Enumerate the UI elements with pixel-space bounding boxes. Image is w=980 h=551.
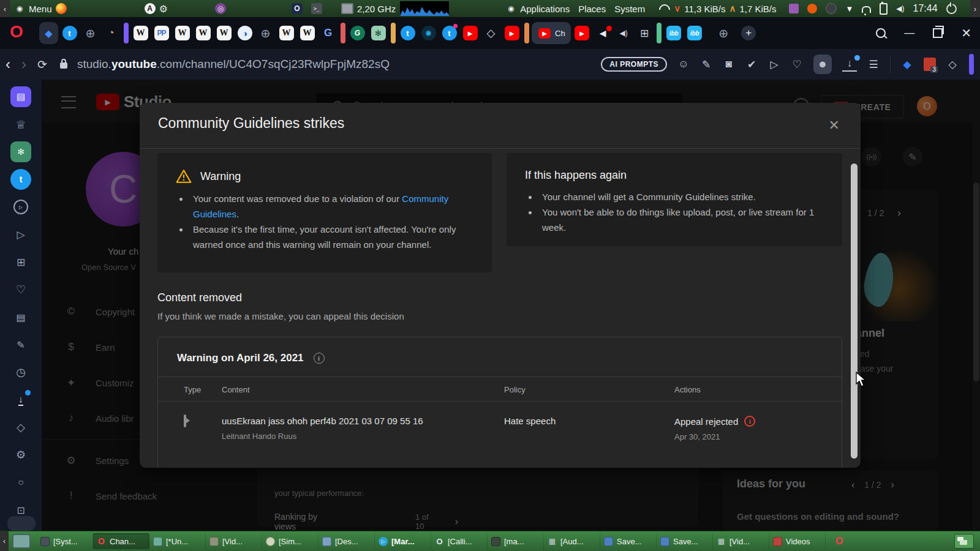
battery-icon[interactable] bbox=[880, 3, 888, 15]
task-save-dialog-2[interactable]: Save... bbox=[657, 533, 713, 549]
dialog-close-icon[interactable]: ✕ bbox=[829, 118, 840, 133]
tab-openai-swirl[interactable]: ✺ bbox=[419, 22, 438, 44]
tabgroup-yellow-bar[interactable] bbox=[390, 22, 396, 44]
sidebar-messenger[interactable]: ▷ bbox=[9, 222, 33, 247]
sidebar-twitter[interactable]: t bbox=[9, 167, 33, 192]
tab-wikipedia-1[interactable]: W bbox=[131, 22, 150, 44]
tab-roundel[interactable]: ◑ bbox=[235, 22, 254, 44]
menu-system[interactable]: System bbox=[614, 4, 645, 14]
panel-collapse-left[interactable]: ‹ bbox=[0, 0, 10, 17]
snapshot-camera-icon[interactable]: ◙ bbox=[723, 58, 735, 70]
tab-cube[interactable]: ◇ bbox=[481, 22, 500, 44]
sidebar-news[interactable]: ▤ bbox=[9, 305, 33, 329]
gem-extension-icon[interactable]: ◆ bbox=[901, 58, 913, 71]
tray-media-icon[interactable] bbox=[789, 4, 799, 13]
tab-youtube-1[interactable]: ▶ bbox=[461, 22, 480, 44]
task-video-2[interactable]: ▦ [Vid... bbox=[713, 533, 769, 549]
tray-update-icon[interactable] bbox=[807, 4, 817, 13]
minimize-button[interactable]: — bbox=[904, 27, 914, 39]
sidebar-chatgpt[interactable]: ✻ bbox=[9, 140, 33, 164]
sidebar-settings[interactable]: ⚙ bbox=[9, 443, 33, 467]
close-button[interactable]: ✕ bbox=[961, 26, 971, 40]
volume-icon[interactable]: ◀) bbox=[896, 4, 904, 13]
reload-button[interactable]: ⟳ bbox=[37, 58, 47, 72]
tab-twitter-1[interactable]: t bbox=[60, 22, 79, 44]
task-videos[interactable]: Videos bbox=[769, 533, 826, 549]
tab-wikipedia-5[interactable]: W bbox=[277, 22, 296, 44]
tabgroup-green-bar[interactable] bbox=[656, 22, 663, 44]
favorite-heart-icon[interactable]: ♡ bbox=[791, 58, 803, 71]
sidebar-vip-crown[interactable]: ♕ bbox=[9, 112, 33, 137]
tab-clock[interactable]: ◔ bbox=[102, 22, 121, 44]
tab-pinboard-active[interactable]: ◆ bbox=[39, 22, 58, 44]
tabgroup-red-bar[interactable] bbox=[339, 22, 346, 44]
show-desktop-button[interactable] bbox=[12, 534, 31, 549]
tab-chatgpt[interactable]: ✻ bbox=[369, 22, 388, 44]
removed-content-title[interactable]: uusEkraan jass ohoh perf4b 2021 03 07 09… bbox=[222, 416, 504, 426]
task-video-folder[interactable]: [Vid... bbox=[206, 533, 262, 549]
sidebar-toggle-bar[interactable] bbox=[969, 54, 974, 75]
tab-wikipedia-3[interactable]: W bbox=[194, 22, 213, 44]
tab-ibb-2[interactable]: ibb bbox=[685, 22, 704, 44]
task-opera-channel[interactable]: O Chan... bbox=[93, 533, 149, 549]
task-telegram[interactable]: ▷ [Mar... bbox=[375, 533, 431, 549]
lock-icon[interactable] bbox=[60, 62, 67, 69]
restore-button[interactable] bbox=[933, 28, 943, 38]
clock[interactable]: 17:44 bbox=[913, 3, 938, 14]
tab-wikipedia-2[interactable]: W bbox=[173, 22, 192, 44]
power-icon[interactable] bbox=[946, 4, 957, 14]
search-tool[interactable]: A ⚙ bbox=[145, 3, 168, 15]
tab-twitter-3[interactable]: t bbox=[440, 22, 459, 44]
cube-extension-icon[interactable]: ◇ bbox=[946, 58, 959, 71]
sidebar-tips[interactable]: ○ bbox=[9, 470, 33, 495]
sidebar-extensions[interactable]: ◇ bbox=[9, 415, 33, 440]
notifications-bell-icon[interactable] bbox=[862, 5, 871, 13]
tab-youtube-channel[interactable]: ▶ Ch bbox=[532, 22, 571, 44]
appeal-rejected-info-icon[interactable]: i bbox=[744, 416, 755, 427]
terminal-launcher[interactable]: >_ bbox=[311, 3, 322, 14]
forward-button[interactable]: › bbox=[21, 56, 26, 73]
tab-wikipedia-6[interactable]: W bbox=[298, 22, 317, 44]
task-audacity[interactable]: ▦ [Aud... bbox=[544, 533, 600, 549]
task-save-dialog-1[interactable]: Save... bbox=[600, 533, 657, 549]
panel-collapse-right[interactable]: › bbox=[970, 0, 980, 17]
sidebar-pinboards[interactable]: ✎ bbox=[9, 332, 33, 357]
menu-places[interactable]: Places bbox=[578, 4, 606, 14]
task-sim[interactable]: [Sim... bbox=[262, 533, 318, 549]
tab-google[interactable]: G bbox=[318, 22, 337, 44]
tabgroup-purple-bar[interactable] bbox=[123, 22, 129, 44]
task-ma[interactable]: [ma... bbox=[488, 533, 544, 549]
info-icon[interactable]: i bbox=[314, 353, 325, 364]
tune-sliders-icon[interactable]: ☰ bbox=[867, 58, 880, 71]
system-menu[interactable]: ◉ Menu bbox=[14, 3, 67, 14]
sidebar-speed-dial[interactable]: ⊞ bbox=[9, 250, 33, 274]
send-to-device-icon[interactable]: ▷ bbox=[768, 58, 780, 71]
tab-wikipedia-4[interactable]: W bbox=[214, 22, 233, 44]
tab-globe-2[interactable]: ⊕ bbox=[256, 22, 275, 44]
downloads-icon[interactable]: ↓ bbox=[842, 58, 857, 72]
opera-launcher[interactable]: O bbox=[292, 3, 303, 14]
sidebar-player[interactable]: ▹ bbox=[9, 195, 33, 219]
tab-twitter-2[interactable]: t bbox=[398, 22, 417, 44]
url-text[interactable]: studio.youtube.com/channel/UC4O7sqCj23Rw… bbox=[77, 58, 390, 71]
tab-youtube-2[interactable]: ▶ bbox=[502, 22, 521, 44]
task-opera-calligra[interactable]: O [Calli... bbox=[431, 533, 488, 549]
tray-vpn-icon[interactable]: ▼ bbox=[845, 4, 853, 13]
tray-dark-icon[interactable] bbox=[826, 3, 837, 14]
tab-speaker[interactable]: ◀) bbox=[614, 22, 633, 44]
tabgroup-orange-bar[interactable] bbox=[523, 22, 530, 44]
workspace-switcher[interactable] bbox=[954, 534, 974, 549]
new-tab-button[interactable]: + bbox=[739, 22, 758, 44]
taskbar-collapse-left[interactable]: ‹ bbox=[0, 531, 9, 551]
tab-youtube-3[interactable]: ▶ bbox=[573, 22, 592, 44]
tab-youtube-audio[interactable]: ◀ bbox=[594, 22, 612, 44]
sidebar-favorites[interactable]: ♡ bbox=[9, 277, 33, 302]
sidebar-reading-list[interactable]: ▤ bbox=[9, 84, 33, 109]
tab-pp[interactable]: PP bbox=[152, 22, 171, 44]
bookmark-pin-icon[interactable]: ✎ bbox=[700, 58, 712, 71]
firefox-icon[interactable] bbox=[56, 3, 67, 14]
notes-extension-icon[interactable]: 3 bbox=[924, 58, 936, 71]
task-system-monitor[interactable]: [Syst... bbox=[37, 533, 93, 549]
tor-launcher[interactable]: ◎ bbox=[215, 3, 226, 14]
tab-search-icon[interactable] bbox=[876, 28, 886, 38]
